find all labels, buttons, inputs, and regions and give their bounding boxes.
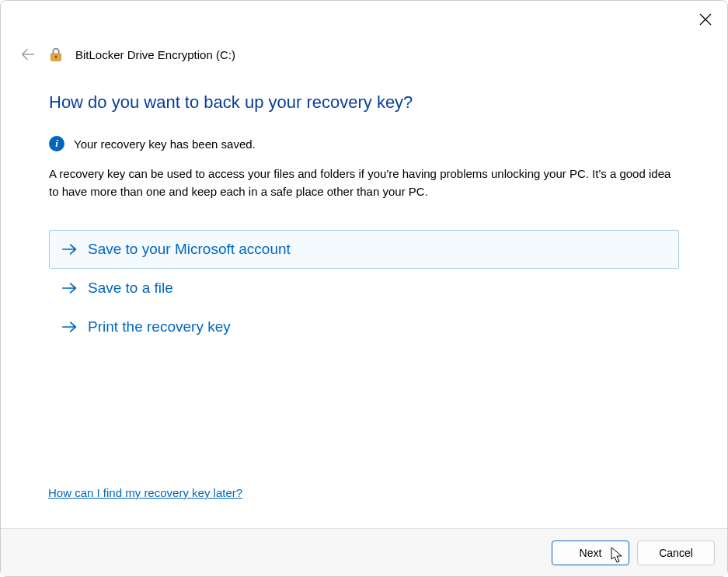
back-button[interactable] bbox=[19, 46, 37, 63]
description: A recovery key can be used to access you… bbox=[49, 165, 679, 200]
back-arrow-icon bbox=[19, 46, 37, 63]
option-print-key[interactable]: Print the recovery key bbox=[49, 308, 679, 346]
option-label: Save to a file bbox=[88, 280, 173, 297]
option-label: Save to your Microsoft account bbox=[88, 241, 291, 258]
footer: Next Cancel bbox=[1, 528, 727, 576]
info-text: Your recovery key has been saved. bbox=[74, 137, 256, 151]
close-icon bbox=[699, 13, 712, 26]
main-heading: How do you want to back up your recovery… bbox=[49, 92, 679, 113]
cancel-button[interactable]: Cancel bbox=[637, 541, 715, 565]
arrow-right-icon bbox=[61, 281, 77, 295]
option-list: Save to your Microsoft account Save to a… bbox=[49, 230, 679, 346]
info-icon: i bbox=[49, 136, 64, 151]
svg-rect-4 bbox=[55, 57, 56, 59]
content: How do you want to back up your recovery… bbox=[1, 63, 727, 528]
close-button[interactable] bbox=[698, 12, 712, 26]
help-link[interactable]: How can I find my recovery key later? bbox=[48, 486, 242, 499]
header: BitLocker Drive Encryption (C:) bbox=[1, 1, 727, 63]
arrow-right-icon bbox=[61, 242, 77, 256]
arrow-right-icon bbox=[61, 320, 77, 334]
option-save-file[interactable]: Save to a file bbox=[49, 269, 679, 308]
option-save-microsoft-account[interactable]: Save to your Microsoft account bbox=[49, 230, 679, 269]
info-row: i Your recovery key has been saved. bbox=[49, 136, 679, 151]
bitlocker-icon bbox=[47, 46, 64, 63]
next-button[interactable]: Next bbox=[552, 541, 629, 565]
option-label: Print the recovery key bbox=[88, 318, 231, 335]
header-title: BitLocker Drive Encryption (C:) bbox=[75, 48, 235, 61]
